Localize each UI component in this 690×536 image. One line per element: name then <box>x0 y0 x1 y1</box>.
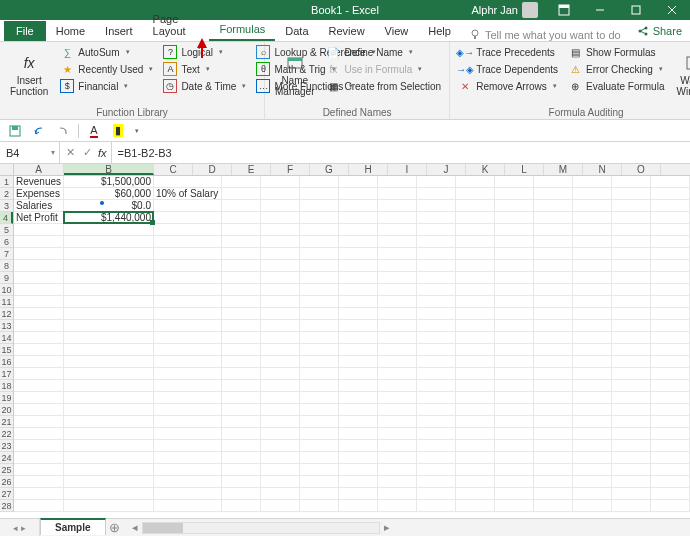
col-header-N[interactable]: N <box>583 164 622 175</box>
cell-K16[interactable] <box>495 356 534 368</box>
cell-N18[interactable] <box>612 380 651 392</box>
cell-H10[interactable] <box>378 284 417 296</box>
cell-O25[interactable] <box>651 464 690 476</box>
cell-L15[interactable] <box>534 344 573 356</box>
cell-B2[interactable]: $60,000 <box>64 188 154 200</box>
cell-E22[interactable] <box>261 428 300 440</box>
cell-B27[interactable] <box>64 488 154 500</box>
cell-D21[interactable] <box>222 416 261 428</box>
cell-H27[interactable] <box>378 488 417 500</box>
cell-L24[interactable] <box>534 452 573 464</box>
row-header-7[interactable]: 7 <box>0 248 13 260</box>
cell-G16[interactable] <box>339 356 378 368</box>
cell-J22[interactable] <box>456 428 495 440</box>
col-header-J[interactable]: J <box>427 164 466 175</box>
insert-function-fx-button[interactable]: fx <box>98 147 107 159</box>
row-header-24[interactable]: 24 <box>0 452 13 464</box>
cell-J17[interactable] <box>456 368 495 380</box>
horizontal-scrollbar[interactable]: ◂ ▸ <box>124 519 690 536</box>
error-checking-button[interactable]: ⚠Error Checking▾ <box>564 61 668 77</box>
cell-E4[interactable] <box>261 212 300 224</box>
row-header-11[interactable]: 11 <box>0 296 13 308</box>
col-header-L[interactable]: L <box>505 164 544 175</box>
tab-review[interactable]: Review <box>319 21 375 41</box>
cell-N4[interactable] <box>612 212 651 224</box>
cell-H21[interactable] <box>378 416 417 428</box>
cell-D2[interactable] <box>222 188 261 200</box>
cell-M5[interactable] <box>573 224 612 236</box>
cell-B23[interactable] <box>64 440 154 452</box>
col-header-O[interactable]: O <box>622 164 661 175</box>
cell-J7[interactable] <box>456 248 495 260</box>
cell-B11[interactable] <box>64 296 154 308</box>
cell-B15[interactable] <box>64 344 154 356</box>
cell-M4[interactable] <box>573 212 612 224</box>
cell-N14[interactable] <box>612 332 651 344</box>
cell-G4[interactable] <box>339 212 378 224</box>
cell-E13[interactable] <box>261 320 300 332</box>
cell-H15[interactable] <box>378 344 417 356</box>
cell-A22[interactable] <box>14 428 64 440</box>
cell-C8[interactable] <box>154 260 222 272</box>
cell-E6[interactable] <box>261 236 300 248</box>
cell-H2[interactable] <box>378 188 417 200</box>
cell-J27[interactable] <box>456 488 495 500</box>
cell-N1[interactable] <box>612 176 651 188</box>
cell-L20[interactable] <box>534 404 573 416</box>
cell-C4[interactable] <box>154 212 222 224</box>
cell-O17[interactable] <box>651 368 690 380</box>
define-name-button[interactable]: 📄Define Name▾ <box>322 44 445 60</box>
cell-J9[interactable] <box>456 272 495 284</box>
cell-C1[interactable] <box>154 176 222 188</box>
cell-C7[interactable] <box>154 248 222 260</box>
cell-F19[interactable] <box>300 392 339 404</box>
ribbon-options-button[interactable] <box>548 0 580 20</box>
cell-H6[interactable] <box>378 236 417 248</box>
cell-I17[interactable] <box>417 368 456 380</box>
cell-C2[interactable]: 10% of Salary Tax <box>154 188 222 200</box>
col-header-K[interactable]: K <box>466 164 505 175</box>
cell-M27[interactable] <box>573 488 612 500</box>
row-header-1[interactable]: 1 <box>0 176 13 188</box>
cell-F24[interactable] <box>300 452 339 464</box>
cell-L4[interactable] <box>534 212 573 224</box>
cell-D22[interactable] <box>222 428 261 440</box>
cell-O20[interactable] <box>651 404 690 416</box>
row-header-4[interactable]: 4 <box>0 212 13 224</box>
cell-A5[interactable] <box>14 224 64 236</box>
show-formulas-button[interactable]: ▤Show Formulas <box>564 44 668 60</box>
cell-E23[interactable] <box>261 440 300 452</box>
cell-H14[interactable] <box>378 332 417 344</box>
cell-J14[interactable] <box>456 332 495 344</box>
cell-F22[interactable] <box>300 428 339 440</box>
cell-D9[interactable] <box>222 272 261 284</box>
cell-J28[interactable] <box>456 500 495 512</box>
tab-file[interactable]: File <box>4 21 46 41</box>
cell-B4[interactable]: $1,440,000 <box>64 212 154 224</box>
cell-K9[interactable] <box>495 272 534 284</box>
cell-B21[interactable] <box>64 416 154 428</box>
user-account[interactable]: Alphr Jan <box>466 2 544 18</box>
sheet-tab-sample[interactable]: Sample <box>40 518 106 535</box>
cell-M25[interactable] <box>573 464 612 476</box>
cell-D26[interactable] <box>222 476 261 488</box>
row-header-5[interactable]: 5 <box>0 224 13 236</box>
cell-H25[interactable] <box>378 464 417 476</box>
cell-D20[interactable] <box>222 404 261 416</box>
undo-button[interactable] <box>30 122 48 140</box>
cell-I6[interactable] <box>417 236 456 248</box>
cell-K11[interactable] <box>495 296 534 308</box>
cell-A1[interactable]: Revenues <box>14 176 64 188</box>
col-header-F[interactable]: F <box>271 164 310 175</box>
cell-M23[interactable] <box>573 440 612 452</box>
cell-N22[interactable] <box>612 428 651 440</box>
cell-M6[interactable] <box>573 236 612 248</box>
cell-O16[interactable] <box>651 356 690 368</box>
cell-I18[interactable] <box>417 380 456 392</box>
cell-A10[interactable] <box>14 284 64 296</box>
cell-J3[interactable] <box>456 200 495 212</box>
cell-F8[interactable] <box>300 260 339 272</box>
cell-O8[interactable] <box>651 260 690 272</box>
cell-O18[interactable] <box>651 380 690 392</box>
cell-N21[interactable] <box>612 416 651 428</box>
